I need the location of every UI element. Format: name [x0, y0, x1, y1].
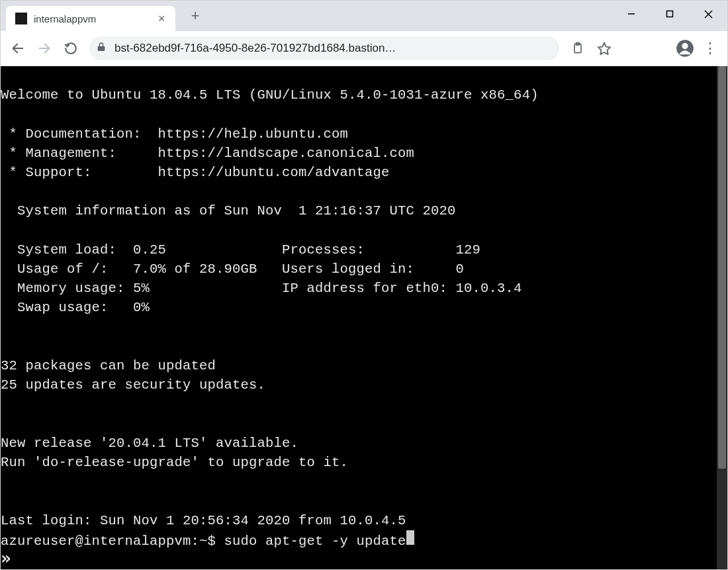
svg-point-10 [682, 43, 688, 49]
terminal-scrollbar[interactable] [717, 66, 727, 569]
security-updates-count: 25 updates are security updates. [1, 377, 265, 393]
new-release-line: New release '20.04.1 LTS' available. [1, 436, 298, 451]
back-button[interactable] [6, 36, 30, 60]
sysinfo-row: System load: 0.25 Processes: 129 [1, 242, 480, 258]
release-upgrade-hint: Run 'do-release-upgrade' to upgrade to i… [1, 455, 348, 470]
lock-icon [96, 42, 107, 55]
forward-button[interactable] [32, 36, 56, 60]
window-maximize-button[interactable] [651, 1, 689, 27]
motd-mgmt-link: * Management: https://landscape.canonica… [1, 146, 414, 161]
reload-button[interactable] [59, 36, 83, 60]
more-menu-icon[interactable]: ⋮ [698, 36, 722, 60]
terminal-scrollbar-thumb[interactable] [718, 66, 726, 469]
sysinfo-row: Swap usage: 0% [1, 300, 150, 315]
svg-rect-1 [667, 11, 673, 17]
motd-support-link: * Support: https://ubuntu.com/advantage [1, 165, 390, 180]
browser-toolbar: bst-682ebd9f-716a-4950-8e26-701927bd1684… [1, 31, 727, 66]
shell-command-input[interactable]: sudo apt-get -y update [224, 532, 406, 551]
tab-favicon [15, 13, 27, 24]
expand-arrows-icon[interactable]: » [1, 548, 6, 568]
updates-count: 32 packages can be updated [1, 358, 216, 373]
window-minimize-button[interactable] [612, 1, 651, 27]
sysinfo-row: Usage of /: 7.0% of 28.90GB Users logged… [1, 261, 464, 277]
address-bar[interactable]: bst-682ebd9f-716a-4950-8e26-701927bd1684… [89, 36, 559, 60]
bookmark-star-icon[interactable] [592, 36, 616, 60]
motd-welcome: Welcome to Ubuntu 18.04.5 LTS (GNU/Linux… [1, 87, 539, 103]
svg-marker-8 [598, 43, 610, 54]
clipboard-icon[interactable] [566, 36, 590, 60]
terminal-viewport[interactable]: Welcome to Ubuntu 18.04.5 LTS (GNU/Linux… [1, 66, 727, 569]
profile-avatar-icon[interactable] [673, 36, 697, 60]
window-close-button[interactable] [689, 1, 727, 27]
address-bar-url: bst-682ebd9f-716a-4950-8e26-701927bd1684… [114, 42, 553, 55]
shell-prompt-line[interactable]: azureuser@internalappvm:~$ sudo apt-get … [1, 530, 715, 551]
browser-tab-active[interactable]: internalappvm × [6, 6, 175, 31]
shell-ps1: azureuser@internalappvm:~$ [1, 532, 224, 551]
window-controls [612, 1, 727, 27]
browser-titlebar: internalappvm × + [1, 1, 727, 31]
close-tab-icon[interactable]: × [156, 13, 167, 24]
motd-doc-link: * Documentation: https://help.ubuntu.com [1, 126, 348, 142]
tab-title: internalappvm [34, 13, 96, 24]
sysinfo-row: Memory usage: 5% IP address for eth0: 10… [1, 281, 522, 296]
sysinfo-header: System information as of Sun Nov 1 21:16… [1, 203, 456, 218]
last-login: Last login: Sun Nov 1 20:56:34 2020 from… [1, 513, 406, 528]
terminal-cursor [406, 530, 414, 545]
new-tab-button[interactable]: + [186, 7, 205, 25]
terminal-output: Welcome to Ubuntu 18.04.5 LTS (GNU/Linux… [1, 66, 715, 569]
